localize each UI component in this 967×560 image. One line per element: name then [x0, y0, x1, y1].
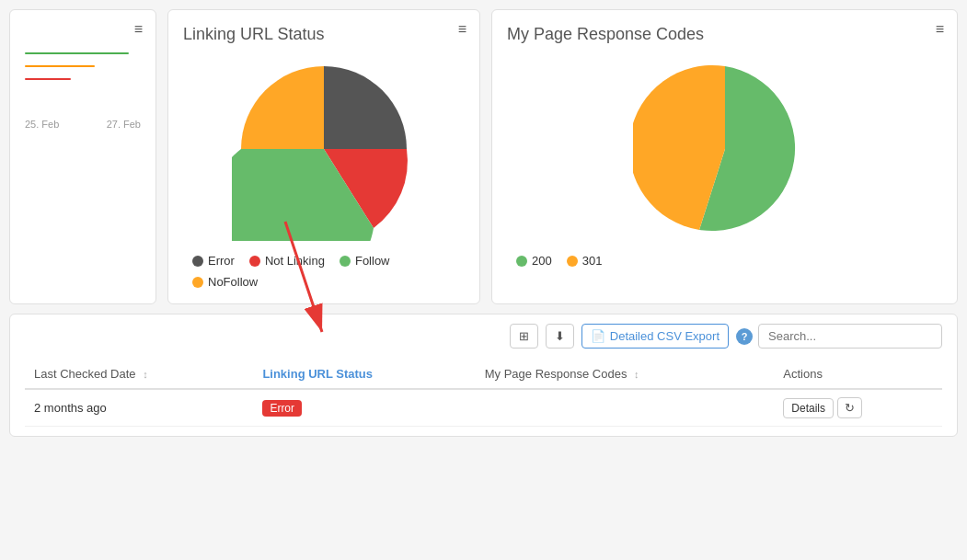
col-response-codes-label: My Page Response Codes	[485, 367, 627, 381]
linking-url-status-card: ≡ Linking URL Status	[167, 9, 480, 304]
table-header: Last Checked Date ↕ Linking URL Status M…	[25, 360, 942, 389]
response-codes-pie-svg	[633, 57, 817, 241]
pie-segment-nofollow	[241, 66, 324, 149]
legend-dot-follow	[340, 256, 351, 267]
col-linking-status-label: Linking URL Status	[262, 367, 373, 381]
chart-line-orange	[25, 65, 95, 67]
legend-dot-301	[567, 256, 578, 267]
linking-url-menu-icon[interactable]: ≡	[458, 21, 466, 38]
linking-url-pie-container: Error Not Linking Follow NoFollow	[183, 57, 465, 289]
legend-label-follow: Follow	[355, 254, 390, 268]
legend-item-follow: Follow	[340, 254, 390, 268]
data-table: Last Checked Date ↕ Linking URL Status M…	[25, 360, 942, 427]
legend-label-301: 301	[582, 254, 603, 268]
linking-url-pie-svg	[232, 57, 416, 241]
col-actions-label: Actions	[783, 367, 823, 381]
legend-label-200: 200	[532, 254, 552, 268]
refresh-button[interactable]: ↻	[837, 397, 862, 418]
last-checked-value: 2 months ago	[34, 401, 107, 415]
chart-line-green	[25, 52, 129, 54]
bottom-wrapper: ⊞ ⬇ 📄 Detailed CSV Export ?	[9, 314, 958, 437]
col-last-checked: Last Checked Date ↕	[25, 360, 253, 389]
linking-url-title: Linking URL Status	[183, 25, 465, 44]
legend-item-nofollow: NoFollow	[192, 275, 258, 289]
charts-row: ≡ 25. Feb 27. Feb ≡ Linking URL Status	[9, 9, 958, 304]
col-response-codes-sort-icon[interactable]: ↕	[634, 369, 639, 380]
search-help-icon[interactable]: ?	[736, 328, 753, 345]
cell-actions: Details ↻	[774, 389, 942, 427]
date-label-start: 25. Feb	[25, 119, 59, 130]
legend-item-error: Error	[192, 254, 235, 268]
legend-dot-200	[516, 256, 527, 267]
cell-response-code	[476, 389, 775, 427]
response-codes-card: ≡ My Page Response Codes 200	[491, 9, 958, 304]
date-labels: 25. Feb 27. Feb	[25, 119, 141, 130]
response-codes-title: My Page Response Codes	[507, 25, 942, 44]
csv-icon: 📄	[591, 329, 605, 343]
cell-last-checked: 2 months ago	[25, 389, 253, 427]
csv-export-label: Detailed CSV Export	[610, 329, 719, 343]
cell-linking-status: Error	[253, 389, 475, 427]
pie-segment-error	[324, 66, 407, 149]
download-button[interactable]: ⬇	[546, 324, 574, 349]
status-badge-error: Error	[262, 400, 302, 417]
chart-line-red	[25, 78, 71, 80]
col-linking-status: Linking URL Status	[253, 360, 475, 389]
legend-item-not-linking: Not Linking	[249, 254, 325, 268]
table-icon: ⊞	[519, 329, 529, 343]
legend-label-not-linking: Not Linking	[265, 254, 325, 268]
col-last-checked-sort-icon[interactable]: ↕	[143, 369, 148, 380]
details-button[interactable]: Details	[783, 398, 834, 418]
response-codes-legend: 200 301	[507, 254, 942, 268]
response-codes-pie-container: 200 301	[507, 57, 942, 268]
csv-export-button[interactable]: 📄 Detailed CSV Export	[581, 324, 729, 349]
mini-chart-menu-icon[interactable]: ≡	[134, 21, 143, 38]
legend-item-301: 301	[567, 254, 603, 268]
table-body: 2 months ago Error Details ↻	[25, 389, 942, 427]
legend-item-200: 200	[516, 254, 552, 268]
search-container: ?	[736, 324, 942, 349]
col-actions: Actions	[774, 360, 942, 389]
legend-dot-nofollow	[192, 277, 203, 288]
linking-url-legend: Error Not Linking Follow NoFollow	[183, 254, 465, 289]
search-input[interactable]	[758, 324, 942, 349]
legend-label-error: Error	[208, 254, 235, 268]
table-view-button[interactable]: ⊞	[510, 324, 538, 349]
legend-dot-not-linking	[249, 256, 260, 267]
bottom-section: ⊞ ⬇ 📄 Detailed CSV Export ?	[9, 314, 958, 437]
download-icon: ⬇	[555, 329, 565, 343]
mini-chart	[25, 43, 141, 100]
table-header-row: Last Checked Date ↕ Linking URL Status M…	[25, 360, 942, 389]
date-label-end: 27. Feb	[107, 119, 141, 130]
table-row: 2 months ago Error Details ↻	[25, 389, 942, 427]
actions-cell: Details ↻	[783, 397, 933, 418]
legend-label-nofollow: NoFollow	[208, 275, 258, 289]
response-codes-menu-icon[interactable]: ≡	[936, 21, 944, 38]
table-toolbar: ⊞ ⬇ 📄 Detailed CSV Export ?	[25, 324, 942, 349]
legend-dot-error	[192, 256, 203, 267]
mini-chart-card: ≡ 25. Feb 27. Feb	[9, 9, 156, 304]
col-last-checked-label: Last Checked Date	[34, 367, 136, 381]
col-response-codes: My Page Response Codes ↕	[476, 360, 775, 389]
